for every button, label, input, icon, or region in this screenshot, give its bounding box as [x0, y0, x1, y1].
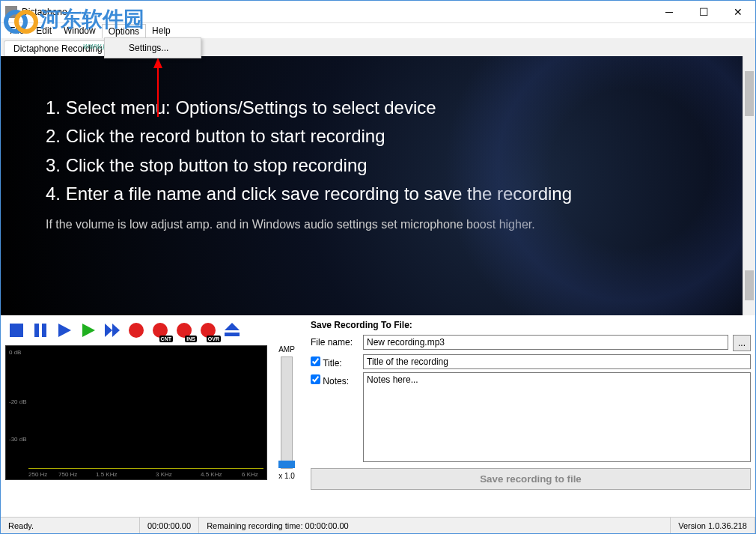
save-heading: Save Recording To File:	[311, 320, 751, 330]
pause-button[interactable]	[29, 320, 52, 341]
save-recording-button[interactable]: Save recording to file	[311, 468, 751, 490]
svg-marker-6	[82, 324, 95, 337]
ovr-badge: OVR	[207, 336, 221, 342]
status-time: 00:00:00.00	[140, 518, 199, 533]
svg-rect-3	[34, 324, 39, 337]
amp-value: x 1.0	[273, 472, 300, 480]
x-750hz: 750 Hz	[58, 471, 77, 478]
ins-badge: INS	[185, 336, 197, 342]
instructions-panel: 1. Select menu: Options/Settings to sele…	[1, 56, 743, 315]
statusbar: Ready. 00:00:00.00 Remaining recording t…	[1, 517, 755, 533]
svg-marker-7	[105, 324, 112, 337]
scrollbar-thumb[interactable]	[745, 270, 754, 300]
play-green-button[interactable]	[77, 320, 100, 341]
record-ins-button[interactable]: INS	[173, 320, 195, 341]
amp-label: AMP	[273, 345, 300, 354]
scrollbar-thumb[interactable]	[745, 71, 754, 116]
logo-icon	[4, 4, 35, 35]
vertical-scrollbar[interactable]	[743, 56, 755, 315]
spectrum-baseline	[28, 468, 263, 469]
step-3: 3. Click the stop button to stop recordi…	[46, 151, 720, 180]
x-3khz: 3 KHz	[156, 471, 172, 478]
record-button[interactable]	[125, 320, 147, 341]
status-remaining: Remaining recording time: 00:00:00.00	[199, 518, 671, 533]
minimize-button[interactable]: ─	[652, 1, 686, 23]
title-checkbox[interactable]	[311, 356, 320, 366]
x-250hz: 250 Hz	[28, 471, 47, 478]
amp-slider[interactable]	[281, 356, 293, 469]
status-version: Version 1.0.36.218	[671, 518, 755, 533]
y-20db: -20 dB	[9, 398, 27, 405]
menu-help[interactable]: Help	[146, 24, 177, 37]
options-dropdown: Settings...	[104, 37, 201, 58]
status-ready: Ready.	[1, 518, 140, 533]
cnt-badge: CNT	[159, 336, 173, 342]
transport-controls: CNT INS OVR	[5, 320, 305, 341]
notes-label: Notes:	[323, 376, 349, 386]
spectrum-analyzer: 0 dB -20 dB -30 dB 250 Hz 750 Hz 1.5 KHz…	[5, 345, 267, 480]
fastforward-button[interactable]	[101, 320, 124, 341]
svg-rect-4	[42, 324, 46, 337]
notes-textarea[interactable]: Notes here...	[363, 372, 751, 462]
watermark-text: 河东软件园	[40, 5, 144, 34]
svg-rect-14	[225, 333, 240, 336]
svg-marker-8	[112, 324, 120, 337]
notes-checkbox[interactable]	[311, 374, 320, 384]
svg-marker-13	[225, 323, 240, 330]
play-button[interactable]	[53, 320, 76, 341]
svg-point-9	[129, 323, 144, 338]
x-6khz: 6 KHz	[242, 471, 258, 478]
hint-text: If the volume is low adjust amp. and in …	[46, 215, 720, 234]
filename-label: File name:	[311, 335, 359, 348]
title-label: Title:	[323, 358, 342, 368]
svg-marker-5	[58, 324, 71, 337]
eject-button[interactable]	[221, 320, 243, 341]
step-4: 4. Enter a file name and click save reco…	[46, 180, 720, 208]
x-1.5khz: 1.5 KHz	[96, 471, 117, 478]
browse-button[interactable]: ...	[733, 335, 751, 351]
save-panel: Save Recording To File: File name: ... T…	[311, 320, 751, 489]
y-30db: -30 dB	[9, 436, 27, 443]
stop-button[interactable]	[5, 320, 28, 341]
title-input[interactable]	[363, 354, 751, 369]
menu-settings[interactable]: Settings...	[106, 40, 199, 56]
record-cnt-button[interactable]: CNT	[149, 320, 171, 341]
svg-rect-2	[10, 324, 23, 337]
step-1: 1. Select menu: Options/Settings to sele…	[46, 94, 720, 122]
step-2: 2. Click the record button to start reco…	[46, 122, 720, 151]
maximize-button[interactable]: ☐	[686, 1, 721, 23]
x-4.5khz: 4.5 KHz	[201, 471, 222, 478]
filename-input[interactable]	[363, 335, 728, 350]
close-button[interactable]: ✕	[721, 1, 755, 23]
record-ovr-button[interactable]: OVR	[197, 320, 219, 341]
watermark-logo: 河东软件园	[1, 1, 147, 38]
y-0db: 0 dB	[9, 349, 21, 356]
amp-slider-thumb[interactable]	[278, 461, 295, 468]
